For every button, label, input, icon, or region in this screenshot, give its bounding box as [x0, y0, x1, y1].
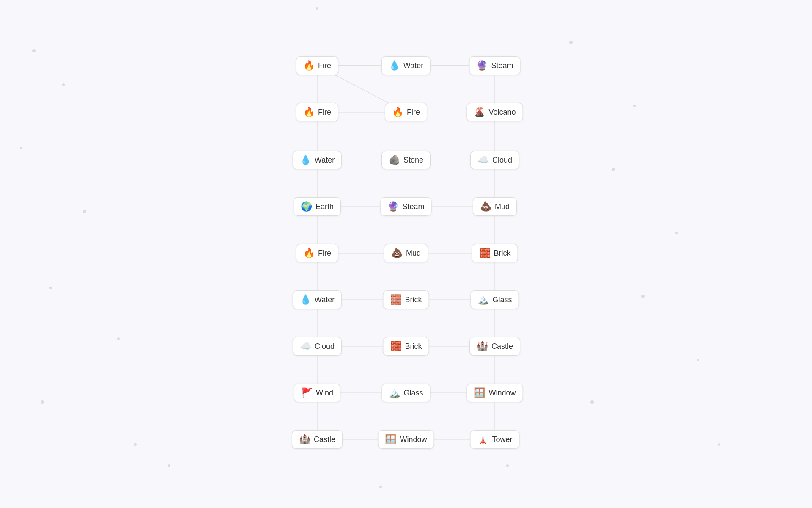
svg-point-62 — [379, 486, 382, 488]
node-fire1[interactable]: 🔥Fire — [296, 56, 338, 75]
node-mud1[interactable]: 💩Mud — [473, 197, 517, 216]
node-emoji-fire1: 🔥 — [303, 60, 315, 71]
node-castle2[interactable]: 🏰Castle — [292, 430, 343, 449]
node-emoji-fire4: 🔥 — [303, 248, 315, 259]
node-emoji-brick2: 🧱 — [390, 294, 402, 305]
node-tower1[interactable]: 🗼Tower — [470, 430, 519, 449]
node-fire2[interactable]: 🔥Fire — [296, 103, 338, 121]
node-fire4[interactable]: 🔥Fire — [296, 244, 338, 262]
svg-point-56 — [697, 359, 699, 361]
node-emoji-water1: 💧 — [389, 60, 400, 71]
node-steam1[interactable]: 🔮Steam — [469, 56, 520, 75]
node-fire3[interactable]: 🔥Fire — [385, 103, 427, 121]
node-emoji-steam2: 🔮 — [387, 201, 399, 212]
node-label-window1: Window — [488, 389, 516, 398]
node-mud2[interactable]: 💩Mud — [384, 244, 428, 262]
node-label-water2: Water — [315, 156, 335, 165]
node-label-water1: Water — [403, 61, 423, 70]
node-cloud2[interactable]: ☁️Cloud — [293, 337, 342, 356]
node-label-fire1: Fire — [318, 61, 331, 70]
node-label-glass2: Glass — [403, 389, 423, 398]
node-label-glass1: Glass — [492, 295, 512, 304]
node-emoji-castle1: 🏰 — [477, 341, 488, 352]
node-label-volcano1: Volcano — [488, 108, 516, 117]
node-label-wind1: Wind — [316, 389, 333, 398]
node-emoji-window2: 🪟 — [385, 434, 396, 445]
svg-point-54 — [675, 232, 678, 234]
graph-container: 🔥Fire💧Water🔮Steam🔥Fire🔥Fire🌋Volcano💧Wate… — [0, 0, 812, 508]
svg-point-47 — [49, 287, 52, 289]
node-wind1[interactable]: 🚩Wind — [294, 384, 340, 402]
svg-point-45 — [20, 147, 22, 149]
node-water2[interactable]: 💧Water — [293, 151, 342, 169]
node-emoji-brick1: 🧱 — [479, 248, 491, 259]
svg-point-52 — [633, 105, 636, 107]
node-label-steam1: Steam — [491, 61, 513, 70]
node-steam2[interactable]: 🔮Steam — [380, 197, 431, 216]
node-emoji-glass1: 🏔️ — [477, 294, 489, 305]
svg-point-46 — [83, 210, 86, 213]
svg-point-51 — [569, 41, 573, 44]
node-label-brick1: Brick — [494, 249, 511, 258]
node-brick3[interactable]: 🧱Brick — [383, 337, 429, 356]
node-emoji-steam1: 🔮 — [476, 60, 488, 71]
svg-point-49 — [41, 400, 44, 404]
node-label-fire2: Fire — [318, 108, 331, 117]
node-label-cloud2: Cloud — [315, 342, 335, 351]
node-water1[interactable]: 💧Water — [381, 56, 431, 75]
node-stone1[interactable]: 🪨Stone — [381, 151, 431, 169]
svg-point-48 — [117, 337, 120, 340]
node-emoji-window1: 🪟 — [474, 387, 485, 398]
node-brick2[interactable]: 🧱Brick — [383, 290, 429, 309]
node-window2[interactable]: 🪟Window — [378, 430, 434, 449]
node-emoji-water3: 💧 — [300, 294, 311, 305]
svg-point-55 — [641, 295, 645, 298]
node-label-fire3: Fire — [407, 108, 420, 117]
svg-point-57 — [590, 400, 594, 404]
svg-point-53 — [612, 168, 615, 171]
node-label-steam2: Steam — [402, 202, 424, 211]
node-label-brick3: Brick — [405, 342, 422, 351]
node-label-mud2: Mud — [406, 249, 421, 258]
node-label-mud1: Mud — [495, 202, 510, 211]
node-emoji-mud2: 💩 — [391, 248, 403, 259]
node-earth1[interactable]: 🌍Earth — [294, 197, 341, 216]
node-emoji-stone1: 🪨 — [389, 155, 400, 166]
node-label-castle2: Castle — [314, 435, 335, 444]
node-brick1[interactable]: 🧱Brick — [472, 244, 518, 262]
node-window1[interactable]: 🪟Window — [466, 384, 523, 402]
node-castle1[interactable]: 🏰Castle — [469, 337, 520, 356]
node-glass2[interactable]: 🏔️Glass — [381, 384, 430, 402]
node-emoji-wind1: 🚩 — [301, 387, 313, 398]
node-emoji-cloud1: ☁️ — [477, 155, 489, 166]
node-emoji-fire3: 🔥 — [392, 107, 403, 118]
node-label-fire4: Fire — [318, 249, 331, 258]
svg-point-59 — [168, 464, 170, 467]
node-cloud1[interactable]: ☁️Cloud — [470, 151, 519, 169]
node-emoji-fire2: 🔥 — [303, 107, 315, 118]
svg-point-60 — [506, 464, 509, 467]
node-emoji-brick3: 🧱 — [390, 341, 402, 352]
svg-point-44 — [62, 83, 65, 86]
node-emoji-water2: 💧 — [300, 155, 311, 166]
node-label-cloud1: Cloud — [492, 156, 512, 165]
node-emoji-volcano1: 🌋 — [474, 107, 485, 118]
node-emoji-castle2: 🏰 — [299, 434, 310, 445]
node-volcano1[interactable]: 🌋Volcano — [466, 103, 523, 121]
node-emoji-cloud2: ☁️ — [300, 341, 311, 352]
node-emoji-tower1: 🗼 — [477, 434, 488, 445]
svg-point-58 — [718, 443, 720, 446]
node-glass1[interactable]: 🏔️Glass — [470, 290, 519, 309]
node-label-brick2: Brick — [405, 295, 422, 304]
node-label-castle1: Castle — [491, 342, 513, 351]
node-label-stone1: Stone — [403, 156, 423, 165]
node-emoji-mud1: 💩 — [480, 201, 491, 212]
node-emoji-glass2: 🏔️ — [389, 387, 400, 398]
node-water3[interactable]: 💧Water — [293, 290, 342, 309]
node-label-window2: Window — [400, 435, 427, 444]
node-label-earth1: Earth — [315, 202, 334, 211]
node-emoji-earth1: 🌍 — [301, 201, 312, 212]
node-label-water3: Water — [315, 295, 335, 304]
svg-point-50 — [134, 443, 137, 446]
svg-point-43 — [32, 49, 36, 52]
